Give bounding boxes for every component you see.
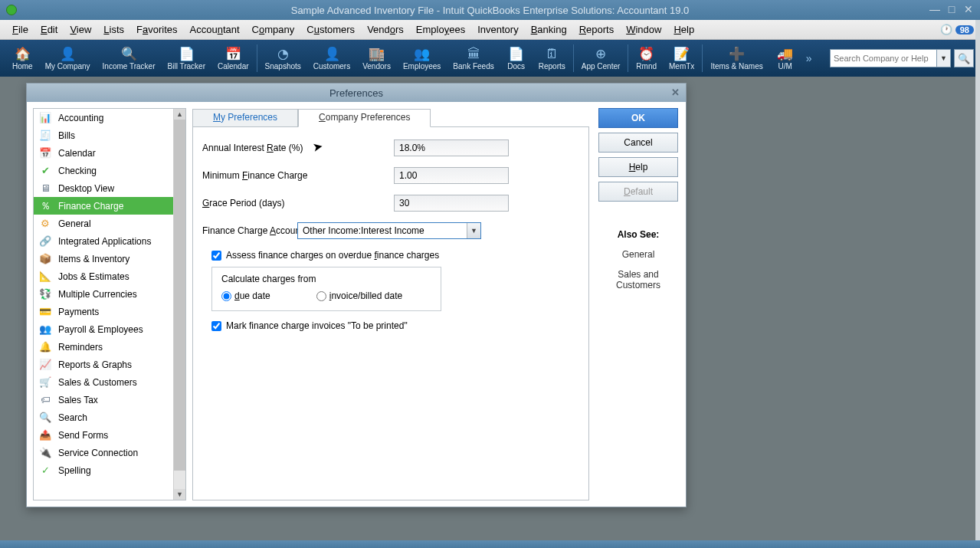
category-reminders[interactable]: 🔔Reminders	[34, 338, 173, 356]
toolbar-overflow-button[interactable]: »	[801, 52, 817, 64]
category-finance-charge[interactable]: ％Finance Charge	[34, 197, 173, 215]
help-button[interactable]: Help	[598, 157, 678, 177]
toolbar-home[interactable]: 🏠Home	[6, 40, 39, 77]
category-integrated-applications[interactable]: 🔗Integrated Applications	[34, 232, 173, 250]
menu-employees[interactable]: Employees	[410, 22, 471, 37]
also-see-general-link[interactable]: General	[597, 249, 680, 260]
category-icon: ✓	[37, 464, 54, 477]
toolbar-snapshots[interactable]: ◔Snapshots	[259, 40, 307, 77]
dropdown-arrow-icon[interactable]: ▼	[467, 223, 480, 238]
menu-lists[interactable]: Lists	[97, 22, 130, 37]
close-button[interactable]: ✕	[962, 3, 975, 15]
toolbar-label: Docs	[507, 62, 525, 71]
category-send-forms[interactable]: 📤Send Forms	[34, 426, 173, 444]
category-sales-customers[interactable]: 🛒Sales & Customers	[34, 373, 173, 391]
category-label: Service Connection	[58, 448, 138, 458]
toolbar-memtx[interactable]: 📝MemTx	[663, 40, 700, 77]
toolbar-employees[interactable]: 👥Employees	[397, 40, 447, 77]
annual-rate-input[interactable]: 18.0%	[394, 139, 509, 156]
minimize-button[interactable]: —	[928, 3, 942, 15]
menu-customers[interactable]: Customers	[300, 22, 361, 37]
category-icon: 📤	[37, 429, 54, 441]
also-see-sales-link[interactable]: Sales and Customers	[597, 269, 680, 290]
dialog-close-button[interactable]: ✕	[669, 86, 681, 98]
search-dropdown-button[interactable]: ▼	[937, 49, 951, 67]
toolbar-icon: 👤	[324, 47, 340, 62]
category-scrollbar[interactable]: ▲ ▼	[173, 109, 185, 500]
toolbar-reports[interactable]: 🗓Reports	[533, 40, 572, 77]
reminder-clock-icon[interactable]: 🕐	[940, 24, 952, 35]
company-preferences-panel: Annual Interest Rate (%) 18.0% Minimum F…	[192, 126, 589, 500]
category-reports-graphs[interactable]: 📈Reports & Graphs	[34, 356, 173, 373]
toolbar-income-tracker[interactable]: 🔍Income Tracker	[97, 40, 162, 77]
cancel-button[interactable]: Cancel	[598, 133, 678, 153]
toolbar-app-center[interactable]: ⊕App Center	[575, 40, 627, 77]
category-service-connection[interactable]: 🔌Service Connection	[34, 444, 173, 461]
category-desktop-view[interactable]: 🖥Desktop View	[34, 179, 173, 197]
scroll-up-arrow[interactable]: ▲	[174, 109, 185, 120]
toolbar-bank-feeds[interactable]: 🏛Bank Feeds	[447, 40, 500, 77]
finance-account-select[interactable]: Other Income:Interest Income ▼	[297, 222, 481, 239]
toolbar-rmnd[interactable]: ⏰Rmnd	[630, 40, 663, 77]
menu-edit[interactable]: Edit	[34, 22, 64, 37]
menu-view[interactable]: View	[64, 22, 97, 37]
notification-badge[interactable]: 98	[955, 25, 974, 34]
menu-accountant[interactable]: Accountant	[184, 22, 246, 37]
invoice-date-radio[interactable]	[316, 291, 326, 301]
menu-banking[interactable]: Banking	[525, 22, 573, 37]
toolbar-icon: ➕	[729, 47, 745, 62]
search-go-button[interactable]: 🔍	[954, 49, 974, 67]
category-search[interactable]: 🔍Search	[34, 409, 173, 426]
tab-company-preferences[interactable]: Company Preferences	[298, 109, 431, 127]
tab-my-preferences[interactable]: My Preferences	[192, 109, 298, 127]
app-icon	[6, 5, 17, 15]
assess-overdue-checkbox[interactable]	[211, 251, 221, 261]
toolbar-icon: 📅	[225, 47, 241, 62]
category-calendar[interactable]: 📅Calendar	[34, 144, 173, 162]
category-items-inventory[interactable]: 📦Items & Inventory	[34, 250, 173, 267]
due-date-radio-label[interactable]: due date	[221, 290, 270, 301]
menu-company[interactable]: Company	[246, 22, 301, 37]
toolbar-customers[interactable]: 👤Customers	[307, 40, 356, 77]
min-charge-input[interactable]: 1.00	[394, 167, 509, 184]
toolbar-docs[interactable]: 📄Docs	[500, 40, 533, 77]
category-accounting[interactable]: 📊Accounting	[34, 109, 173, 126]
menu-inventory[interactable]: Inventory	[471, 22, 524, 37]
window-right-scrollbar[interactable]	[975, 20, 980, 540]
category-payroll-employees[interactable]: 👥Payroll & Employees	[34, 320, 173, 338]
toolbar-calendar[interactable]: 📅Calendar	[211, 40, 255, 77]
toolbar-label: Rmnd	[636, 62, 657, 71]
category-bills[interactable]: 🧾Bills	[34, 126, 173, 144]
category-jobs-estimates[interactable]: 📐Jobs & Estimates	[34, 267, 173, 285]
menu-window[interactable]: Window	[620, 22, 667, 37]
menu-file[interactable]: File	[6, 22, 34, 37]
grace-period-input[interactable]: 30	[394, 195, 509, 212]
category-payments[interactable]: 💳Payments	[34, 303, 173, 320]
toolbar-items-names[interactable]: ➕Items & Names	[704, 40, 769, 77]
category-sales-tax[interactable]: 🏷Sales Tax	[34, 391, 173, 409]
invoice-date-radio-label[interactable]: invoice/billed date	[316, 290, 402, 301]
category-spelling[interactable]: ✓Spelling	[34, 461, 173, 479]
menu-help[interactable]: Help	[667, 22, 700, 37]
menu-favorites[interactable]: Favorites	[130, 22, 183, 37]
maximize-button[interactable]: □	[945, 3, 959, 15]
category-multiple-currencies[interactable]: 💱Multiple Currencies	[34, 285, 173, 303]
category-checking[interactable]: ✔Checking	[34, 162, 173, 179]
menu-vendors[interactable]: Vendors	[361, 22, 410, 37]
scroll-thumb[interactable]	[174, 120, 185, 471]
due-date-radio[interactable]	[221, 291, 231, 301]
search-input[interactable]	[830, 49, 937, 67]
toolbar-u-m[interactable]: 🚚U/M	[769, 40, 801, 77]
menu-reports[interactable]: Reports	[573, 22, 621, 37]
toolbar-my-company[interactable]: 👤My Company	[39, 40, 97, 77]
toolbar-vendors[interactable]: 🏬Vendors	[356, 40, 397, 77]
mark-to-be-printed-checkbox[interactable]	[211, 321, 221, 331]
category-icon: 🔗	[37, 235, 54, 248]
toolbar-separator	[573, 44, 574, 72]
category-general[interactable]: ⚙General	[34, 215, 173, 232]
category-icon: 💱	[37, 288, 54, 300]
toolbar-bill-tracker[interactable]: 📄Bill Tracker	[162, 40, 211, 77]
ok-button[interactable]: OK	[598, 108, 678, 128]
scroll-down-arrow[interactable]: ▼	[174, 489, 185, 500]
category-label: Checking	[58, 166, 97, 176]
